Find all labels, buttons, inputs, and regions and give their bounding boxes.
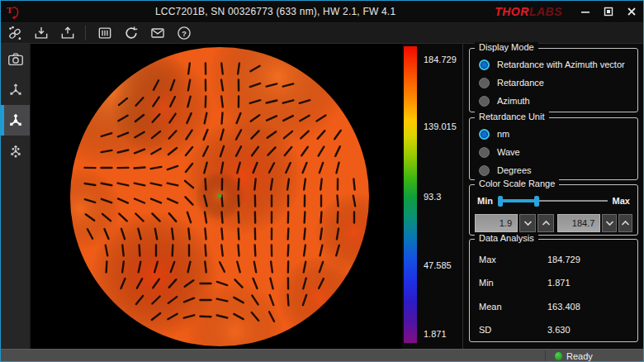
radio-button[interactable] [479,165,490,176]
max-increment-button[interactable] [618,214,632,232]
slider-handle-min[interactable] [498,196,503,207]
help-button[interactable]: ? [172,24,197,43]
import-button[interactable] [29,24,54,43]
max-value-field[interactable]: 184.7 [557,214,600,232]
toolbar-separator [85,26,86,40]
svg-text:T: T [7,5,13,15]
axis-arrows-detail-icon [7,142,25,160]
sidebar-vector-view-solid[interactable] [1,105,30,136]
radio-retardance[interactable]: Retardance [470,74,637,92]
view-sidebar [1,44,31,349]
toolbar: ? [1,23,643,44]
stat-row-sd: SD 3.630 [470,321,637,339]
close-button[interactable] [620,1,643,23]
sidebar-camera-view[interactable] [1,44,30,74]
colorbar-tick-label: 184.729 [424,55,457,64]
color-scale-slider-row: Min Max [470,193,637,209]
thorlabs-logo: THORLABS [495,5,562,18]
radio-button-selected[interactable] [479,129,490,140]
connection-icon [6,25,24,41]
colorbar-tick-label: 1.871 [424,329,447,339]
status-ready: Ready [555,351,593,361]
status-bar: Ready [1,349,643,362]
chevron-up-icon [542,220,551,226]
app-logo-icon: T [5,3,23,20]
data-analysis-group: Data Analysis Max 184.729 Min 1.871 Mean… [469,239,638,342]
feedback-button[interactable] [145,24,170,43]
help-icon: ? [176,25,192,41]
colorbar-tick-label: 47.585 [424,260,452,270]
radio-retardance-with-azimuth[interactable]: Retardance with Azimuth vector [470,55,637,74]
slider-fill [500,199,537,202]
group-title: Data Analysis [475,233,538,243]
import-icon [33,25,50,41]
export-icon [59,25,76,41]
radio-button[interactable] [479,78,490,88]
maximize-button[interactable] [597,1,620,23]
camera-icon [7,50,25,69]
radio-button-selected[interactable] [479,60,490,70]
status-indicator-icon [555,352,562,360]
group-title: Retardance Unit [475,112,549,121]
group-title: Display Mode [475,42,538,52]
status-text: Ready [566,351,593,361]
svg-text:?: ? [182,30,187,38]
export-button[interactable] [55,24,80,43]
axis-arrows-icon [7,81,25,99]
chevron-down-icon [605,220,614,226]
min-increment-button[interactable] [537,214,554,232]
app-window: T LCC7201B, SN 00326773 (633 nm), HW 2.1… [0,0,644,362]
stat-row-max: Max 184.729 [470,250,637,269]
stat-row-mean: Mean 163.408 [470,298,637,316]
chevron-down-icon [523,220,533,226]
display-mode-group: Display Mode Retardance with Azimuth vec… [469,48,638,112]
window-title: LCC7201B, SN 00326773 (633 nm), HW 2.1, … [23,6,495,17]
min-value-field[interactable]: 1.9 [475,214,518,232]
minimize-button[interactable] [574,1,597,23]
group-title: Color Scale Range [475,179,559,188]
max-label: Max [613,196,630,206]
color-scale-spinners: 1.9 184.7 [470,214,637,232]
color-scale-range-group: Color Scale Range Min Max 1.9 [469,184,638,236]
colorbar-gradient [404,46,417,343]
radio-azimuth[interactable]: Azimuth [470,92,637,110]
max-decrement-button[interactable] [602,214,616,232]
retardance-unit-group: Retardance Unit nm Wave Degrees [469,117,638,180]
sidebar-vector-view-detail[interactable] [1,136,30,166]
colorbar-zone: 184.729 139.015 93.3 47.585 1.871 [402,44,463,349]
chevron-up-icon [621,220,630,226]
connection-button[interactable] [2,24,27,43]
min-decrement-button[interactable] [519,214,536,232]
radio-nm[interactable]: nm [470,125,637,143]
retardance-map-canvas[interactable] [31,44,402,349]
settings-panel: Display Mode Retardance with Azimuth vec… [463,44,644,349]
radio-button[interactable] [479,147,490,158]
device-settings-button[interactable] [92,24,117,43]
title-bar: T LCC7201B, SN 00326773 (633 nm), HW 2.1… [1,1,643,23]
feedback-mail-icon [149,25,166,41]
stat-row-min: Min 1.871 [470,274,637,292]
axis-arrows-solid-icon [7,112,25,130]
refresh-icon [123,25,140,41]
radio-wave[interactable]: Wave [470,143,637,161]
colorbar-tick-label: 93.3 [424,192,441,202]
color-scale-slider[interactable] [498,195,608,207]
colorbar-tick-label: 139.015 [424,121,457,131]
maximize-icon [601,4,616,19]
radio-button[interactable] [479,96,490,107]
refresh-button[interactable] [119,24,144,43]
radio-degrees[interactable]: Degrees [470,161,637,179]
slider-handle-max[interactable] [534,196,539,207]
status-separator [545,350,546,361]
minimize-icon [578,4,593,19]
device-settings-icon [97,25,113,41]
min-label: Min [477,196,493,206]
close-icon [624,4,639,19]
sidebar-vector-view-wire[interactable] [1,74,30,105]
